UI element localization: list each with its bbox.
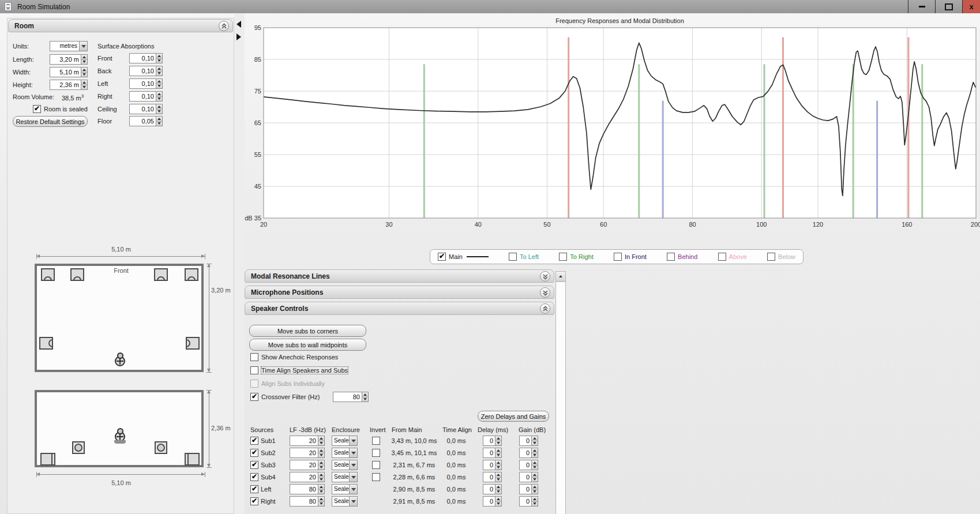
legend-checkbox[interactable] [718,253,726,261]
spinner-down-icon[interactable] [532,501,538,507]
panel-header-microphone-positions[interactable]: Microphone Positions [245,286,554,299]
gain-spinner-value[interactable]: 0 [519,436,531,446]
panel-header-modal-resonance-lines[interactable]: Modal Resonance Lines [245,269,554,283]
lf-cutoff-spinner[interactable]: 20 [290,436,325,446]
spinner-down-icon[interactable] [156,58,162,63]
spinner-down-icon[interactable] [495,477,501,482]
spinner-up-icon[interactable] [495,436,501,441]
spinner-down-icon[interactable] [156,121,162,126]
minimize-button[interactable] [908,0,935,13]
gain-spinner-value[interactable]: 0 [519,472,531,482]
spinner-up-icon[interactable] [318,436,324,441]
legend-item-below[interactable]: Below [767,253,795,261]
spinner-down-icon[interactable] [156,71,162,76]
spinner-up-icon[interactable] [156,117,162,121]
speaker-sub1-icon[interactable] [41,268,55,281]
move-subs-corners-button[interactable]: Move subs to corners [249,325,366,337]
crossover-frequency-spinner[interactable]: 80 [333,392,369,402]
spinner-up-icon[interactable] [495,497,501,501]
spinner-up-icon[interactable] [81,67,87,72]
spinner-down-icon[interactable] [318,501,324,507]
dropdown-arrow-icon[interactable] [349,497,357,506]
lf-cutoff-spinner-value[interactable]: 20 [290,448,318,458]
enclosure-select[interactable]: Sealed [332,496,358,507]
spinner-down-icon[interactable] [318,465,324,470]
spinner-down-icon[interactable] [156,109,162,114]
room-panel-header[interactable]: Room [8,19,233,32]
absorption-ceiling-spinner-value[interactable]: 0,10 [129,104,156,114]
lf-cutoff-spinner[interactable]: 20 [290,472,325,482]
delay-spinner-value[interactable]: 0 [483,436,495,446]
delay-spinner[interactable]: 0 [483,472,502,482]
spinner-down-icon[interactable] [318,477,324,482]
dropdown-arrow-icon[interactable] [79,42,87,51]
legend-item-main[interactable]: Main [438,253,489,261]
absorption-front-spinner[interactable]: 0,10 [129,53,163,63]
spinner-up-icon[interactable] [156,79,162,84]
delay-spinner[interactable]: 0 [483,460,502,470]
spinner-up-icon[interactable] [318,485,324,489]
restore-defaults-button[interactable]: Restore Default Settings [13,116,88,127]
gain-spinner[interactable]: 0 [519,436,538,446]
delay-spinner-value[interactable]: 0 [483,448,495,458]
checkbox-align-subs-individually[interactable] [250,380,258,388]
lf-cutoff-spinner[interactable]: 80 [290,484,325,494]
gain-spinner-value[interactable]: 0 [519,484,531,494]
spinner-up-icon[interactable] [156,92,162,96]
legend-item-to-right[interactable]: To Right [559,253,593,261]
legend-item-behind[interactable]: Behind [667,253,697,261]
collapse-right-icon[interactable] [236,33,241,40]
source-enabled-checkbox[interactable] [250,473,258,481]
lf-cutoff-spinner-value[interactable]: 20 [290,460,318,470]
gain-spinner-value[interactable]: 0 [519,496,531,507]
invert-checkbox[interactable] [372,473,380,481]
spinner-up-icon[interactable] [318,472,324,477]
enclosure-select[interactable]: Sealed [332,436,358,446]
zero-delays-gains-button[interactable]: Zero Delays and Gains [478,411,549,422]
spinner-up-icon[interactable] [532,460,538,465]
spinner-up-icon[interactable] [495,472,501,477]
spinner-up-icon[interactable] [81,55,87,59]
enclosure-select[interactable]: Sealed [332,484,358,494]
gain-spinner[interactable]: 0 [519,496,538,507]
gain-spinner[interactable]: 0 [519,472,538,482]
corner-sub-left-icon[interactable] [40,453,55,466]
spinner-up-icon[interactable] [532,485,538,489]
absorption-back-spinner[interactable]: 0,10 [129,66,163,76]
gain-spinner-value[interactable]: 0 [519,448,531,458]
spinner-up-icon[interactable] [532,497,538,501]
split-pane-divider[interactable] [234,14,245,514]
spinner-up-icon[interactable] [318,448,324,453]
legend-checkbox[interactable] [614,253,622,261]
delay-spinner-value[interactable]: 0 [483,460,495,470]
collapse-room-button[interactable] [219,21,229,31]
room-length-spinner-value[interactable]: 3,20 m [50,54,81,65]
lf-cutoff-spinner[interactable]: 20 [290,460,325,470]
room-height-spinner[interactable]: 2,36 m [50,80,88,90]
speaker-sub3-icon[interactable] [39,337,53,350]
spinner-up-icon[interactable] [532,436,538,441]
source-enabled-checkbox[interactable] [250,485,258,493]
spinner-down-icon[interactable] [532,453,538,458]
delay-spinner[interactable]: 0 [483,484,502,494]
corner-sub-right-icon[interactable] [185,453,200,466]
room-width-spinner-value[interactable]: 5,10 m [50,67,81,77]
enclosure-select[interactable]: Sealed [332,448,358,458]
invert-checkbox[interactable] [372,437,380,445]
absorption-back-spinner-value[interactable]: 0,10 [129,66,156,76]
source-enabled-checkbox[interactable] [250,497,258,505]
invert-checkbox[interactable] [372,449,380,457]
legend-checkbox[interactable] [667,253,675,261]
collapse-panel-button[interactable] [540,303,550,314]
legend-checkbox[interactable] [767,253,775,261]
expand-panel-button[interactable] [540,271,550,282]
spinner-up-icon[interactable] [495,448,501,453]
lf-cutoff-spinner-value[interactable]: 80 [290,496,318,507]
spinner-up-icon[interactable] [532,448,538,453]
spinner-up-icon[interactable] [532,472,538,477]
spinner-down-icon[interactable] [532,441,538,446]
spinner-down-icon[interactable] [532,477,538,482]
spinner-up-icon[interactable] [81,80,87,85]
speaker-right-icon[interactable] [154,268,168,281]
spinner-up-icon[interactable] [495,485,501,489]
